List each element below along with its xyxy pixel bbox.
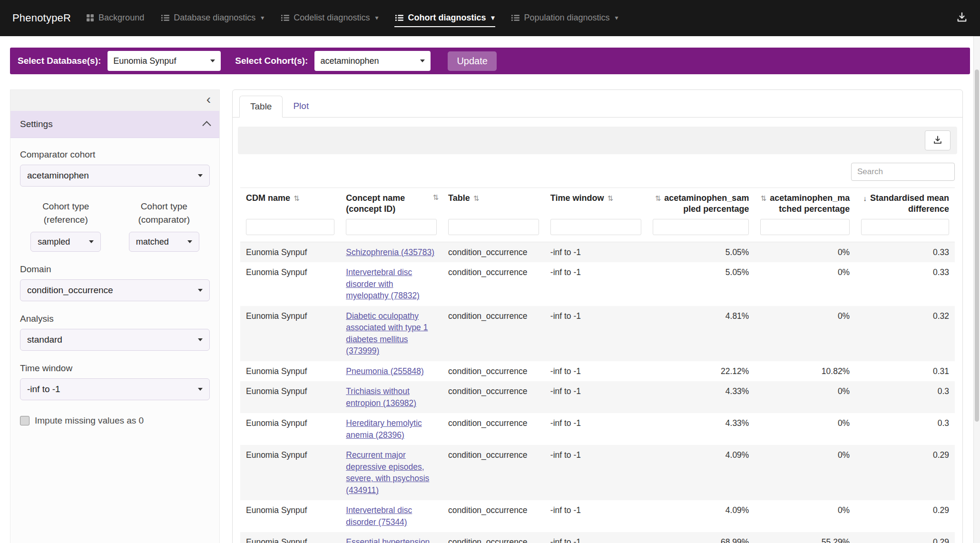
cell-smd: 0.29 [855,500,955,532]
settings-panel: Comparator cohort acetaminophen Cohort t… [10,138,219,437]
cell-matched-percentage: 0% [755,445,855,500]
concept-link[interactable]: Intervertebral disc disorder (75344) [346,505,412,527]
nav-item-database-diagnostics[interactable]: Database diagnostics ▾ [160,10,265,27]
tab-plot[interactable]: Plot [283,96,319,118]
cohort-type-comparator-select[interactable]: matched [129,232,199,252]
domain-value: condition_occurrence [27,285,113,296]
column-header-standardised-mean-difference[interactable]: ↓Standardised mean difference [855,188,955,217]
database-select[interactable]: Eunomia Synpuf [108,51,221,71]
download-table-button[interactable] [925,130,951,150]
settings-accordion-header[interactable]: Settings [10,111,219,138]
filter-input-concept-name[interactable] [346,219,437,235]
concept-link[interactable]: Intervertebral disc disorder with myelop… [346,267,420,300]
cell-cdm-name: Eunomia Synpuf [240,413,340,445]
sort-icon: ⇅ [761,194,767,202]
list-icon [511,14,519,22]
column-header-cdm-name[interactable]: CDM name⇅ [240,188,340,217]
cohort-type-comparator-label: Cohort type (comparator) [128,200,200,226]
filter-input-time-window[interactable] [550,219,641,235]
filter-input-cdm-name[interactable] [246,219,334,235]
cohort-select[interactable]: acetaminophen [314,51,431,71]
cell-table: condition_occurrence [442,532,545,543]
cell-cdm-name: Eunomia Synpuf [240,445,340,500]
cell-cdm-name: Eunomia Synpuf [240,381,340,413]
caret-down-icon [198,174,203,177]
nav-item-background[interactable]: Background [85,10,145,27]
cell-sampled-percentage: 4.33% [647,381,755,413]
column-header-sampled-percentage[interactable]: ⇅acetaminophen_sampled percentage [647,188,755,217]
domain-select[interactable]: condition_occurrence [20,279,210,301]
cell-time-window: -inf to -1 [545,262,647,306]
list-icon [161,14,169,22]
cell-table: condition_occurrence [442,445,545,500]
impute-missing-checkbox[interactable]: Impute missing values as 0 [20,415,210,426]
cell-smd: 0.33 [855,262,955,306]
analysis-select[interactable]: standard [20,329,210,351]
time-window-select[interactable]: -inf to -1 [20,378,210,400]
table-row: Eunomia Synpuf Essential hypertension (3… [240,532,955,543]
column-header-table[interactable]: Table⇅ [442,188,545,217]
cell-matched-percentage: 0% [755,500,855,532]
table-row: Eunomia Synpuf Schizophrenia (435783) co… [240,242,955,262]
page-scrollbar[interactable] [973,36,980,543]
tab-bar: Table Plot [233,90,962,118]
cell-concept-name: Intervertebral disc disorder (75344) [340,500,442,532]
table-row: Eunomia Synpuf Intervertebral disc disor… [240,262,955,306]
cell-time-window: -inf to -1 [545,532,647,543]
cohort-type-reference-select[interactable]: sampled [30,232,101,252]
cell-table: condition_occurrence [442,381,545,413]
caret-down-icon: ▾ [261,14,264,21]
comparator-cohort-select[interactable]: acetaminophen [20,165,210,187]
cell-sampled-percentage: 4.81% [647,306,755,361]
column-header-matched-percentage[interactable]: ⇅acetaminophen_matched percentage [755,188,855,217]
filter-input-table[interactable] [448,219,539,235]
app-brand[interactable]: PhenotypeR [12,12,71,24]
cell-matched-percentage: 10.82% [755,361,855,382]
column-header-time-window[interactable]: Time window⇅ [545,188,647,217]
concept-link[interactable]: Essential hypertension (320128) [346,537,430,543]
nav-label: Cohort diagnostics [408,13,486,23]
cell-cdm-name: Eunomia Synpuf [240,262,340,306]
cell-matched-percentage: 0% [755,413,855,445]
concept-link[interactable]: Recurrent major depressive episodes, sev… [346,450,429,495]
scrollbar-thumb[interactable] [975,69,979,422]
table-row: Eunomia Synpuf Diabetic oculopathy assoc… [240,306,955,361]
sidebar-collapse-bar[interactable]: ‹ [10,90,219,111]
select-cohort-label: Select Cohort(s): [235,56,308,66]
caret-down-icon [198,289,203,292]
cell-time-window: -inf to -1 [545,413,647,445]
cohort-diagnostics-panel: Table Plot [232,89,963,543]
update-button[interactable]: Update [448,51,497,71]
search-input[interactable] [851,163,955,181]
filter-input-sampled-percentage[interactable] [653,219,749,235]
table-row: Eunomia Synpuf Trichiasis without entrop… [240,381,955,413]
nav-item-codelist-diagnostics[interactable]: Codelist diagnostics ▾ [280,10,379,27]
cell-concept-name: Schizophrenia (435783) [340,242,442,262]
caret-down-icon [210,59,215,62]
caret-down-icon: ▾ [375,14,378,21]
nav-item-population-diagnostics[interactable]: Population diagnostics ▾ [510,10,619,27]
concept-link[interactable]: Schizophrenia (435783) [346,247,434,257]
download-report-button[interactable] [956,11,968,25]
table-row: Eunomia Synpuf Pneumonia (255848) condit… [240,361,955,382]
concept-link[interactable]: Pneumonia (255848) [346,366,423,376]
nav-item-cohort-diagnostics[interactable]: Cohort diagnostics ▾ [394,10,495,27]
concept-link[interactable]: Hereditary hemolytic anemia (28396) [346,418,422,440]
analysis-value: standard [27,335,62,345]
filter-input-matched-percentage[interactable] [760,219,850,235]
table-toolbar [238,127,957,154]
filter-input-standardised-mean-difference[interactable] [861,219,949,235]
column-header-concept-name[interactable]: Concept name (concept ID)⇅ [340,188,442,217]
tab-table[interactable]: Table [239,96,283,118]
list-icon [395,14,403,22]
cell-smd: 0.32 [855,306,955,361]
cell-table: condition_occurrence [442,242,545,262]
cell-cdm-name: Eunomia Synpuf [240,532,340,543]
settings-title: Settings [20,119,53,129]
cell-sampled-percentage: 4.09% [647,445,755,500]
concept-link[interactable]: Diabetic oculopathy associated with type… [346,311,428,356]
results-table: CDM name⇅ Concept name (concept ID)⇅ Tab… [233,154,962,543]
domain-label: Domain [20,264,210,275]
concept-link[interactable]: Trichiasis without entropion (136982) [346,386,416,408]
nav-label: Codelist diagnostics [294,13,370,23]
